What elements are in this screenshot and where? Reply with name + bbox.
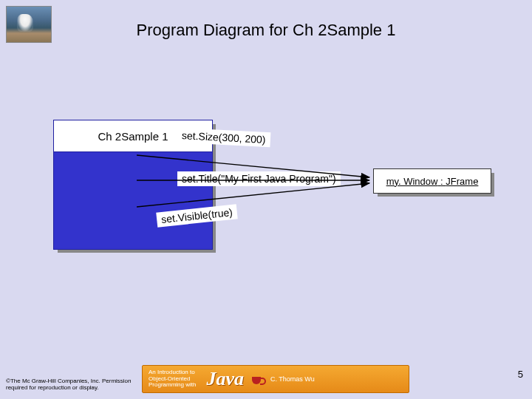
banner-intro: An Introduction to Object-Oriented Progr… (149, 369, 196, 388)
object-type: JFrame (446, 176, 478, 187)
object-name: my. Window (386, 176, 438, 187)
slide-title: Program Diagram for Ch 2Sample 1 (0, 21, 532, 40)
java-banner: An Introduction to Object-Oriented Progr… (142, 365, 409, 393)
call-settitle: set.Title("My First Java Program") (177, 171, 341, 186)
page-number: 5 (518, 369, 523, 380)
coffee-cup-icon (250, 371, 266, 387)
banner-intro-l3: Programming with (149, 382, 196, 388)
banner-author: C. Thomas Wu (270, 375, 315, 383)
object-box: my. Window : JFrame (373, 168, 491, 194)
banner-java-word: Java (206, 368, 244, 390)
copyright-text: ©The Mc Graw-Hill Companies, Inc. Permis… (6, 378, 132, 392)
